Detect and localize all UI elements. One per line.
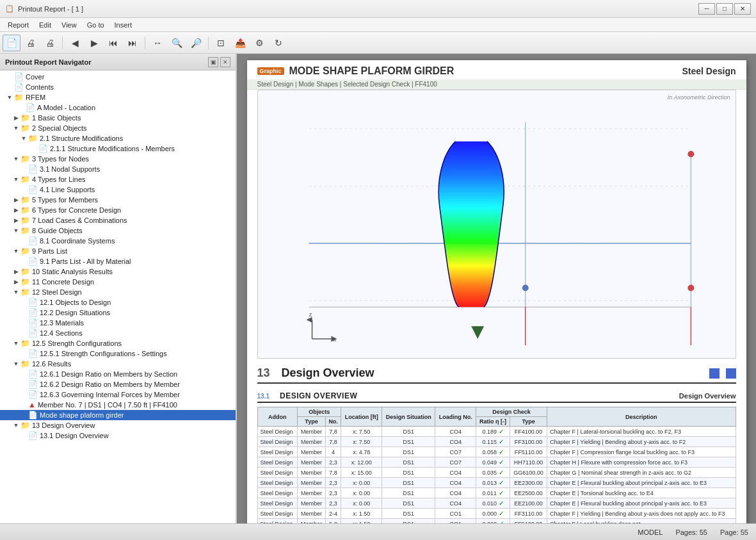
expand-12-4[interactable] xyxy=(19,329,28,338)
expand-mode-shape[interactable] xyxy=(19,411,28,420)
expand-cover[interactable] xyxy=(5,72,14,81)
expand-12-6[interactable]: ▼ xyxy=(12,359,20,368)
menu-edit[interactable]: Edit xyxy=(34,20,56,30)
tree-item-12-6-results[interactable]: ▼ 📁 12.6 Results xyxy=(0,359,236,369)
menu-report[interactable]: Report xyxy=(3,20,34,30)
expand-4-1-line[interactable] xyxy=(19,185,28,194)
expand-rfem[interactable]: ▼ xyxy=(5,93,14,102)
tree-item-10-static[interactable]: ▶ 📁 10 Static Analysis Results xyxy=(0,266,236,277)
tree-item-12-5-1[interactable]: 📄 12.5.1 Strength Configurations - Setti… xyxy=(0,348,236,359)
tree-item-cover[interactable]: 📄 Cover xyxy=(0,72,236,82)
expand-contents[interactable] xyxy=(5,83,14,92)
tree-item-8-guide[interactable]: ▼ 📁 8 Guide Objects xyxy=(0,225,236,236)
expand-12-steel[interactable]: ▼ xyxy=(12,288,20,297)
expand-5-members[interactable]: ▶ xyxy=(12,195,20,204)
tree-item-12-6-3[interactable]: 📄 12.6.3 Governing Internal Forces by Me… xyxy=(0,389,236,400)
tree-item-8-1-coord[interactable]: 📄 8.1 Coordinate Systems xyxy=(0,236,236,246)
expand-member7[interactable] xyxy=(19,400,28,409)
expand-12-3[interactable] xyxy=(19,318,28,327)
expand-7-load[interactable]: ▶ xyxy=(12,216,20,225)
last-button[interactable]: ⏭ xyxy=(124,35,141,51)
next-button[interactable]: ▶ xyxy=(85,35,103,51)
expand-13-1[interactable] xyxy=(19,431,28,440)
tree-item-12-steel[interactable]: ▼ 📁 12 Steel Design xyxy=(0,287,236,297)
content-area[interactable]: Graphic MODE SHAPE PLAFORM GIRDER Steel … xyxy=(237,54,756,523)
expand-9-1-parts[interactable] xyxy=(19,257,28,266)
tree-item-12-3-materials[interactable]: 📄 12.3 Materials xyxy=(0,318,236,328)
expand-1-basic[interactable]: ▶ xyxy=(12,113,20,122)
expand-a-model[interactable] xyxy=(17,103,26,112)
refresh-button[interactable]: ↻ xyxy=(269,35,287,51)
tree-item-12-6-1[interactable]: 📄 12.6.1 Design Ratio on Members by Sect… xyxy=(0,369,236,379)
tree-item-12-5-strength[interactable]: ▼ 📁 12.5 Strength Configurations xyxy=(0,338,236,348)
tree-item-12-4-sections[interactable]: 📄 12.4 Sections xyxy=(0,328,236,338)
expand-3-1-nodal[interactable] xyxy=(19,165,28,174)
navigator-restore-button[interactable]: ▣ xyxy=(208,57,218,67)
tree-item-5-members[interactable]: ▶ 📁 5 Types for Members xyxy=(0,195,236,205)
expand-12-6-3[interactable] xyxy=(19,390,28,399)
expand-12-6-2[interactable] xyxy=(19,380,28,389)
tree-item-2-1-struct[interactable]: ▼ 📁 2.1 Structure Modifications xyxy=(0,133,236,143)
expand-12-5-1[interactable] xyxy=(19,349,28,358)
zoom-in-button[interactable]: 🔍 xyxy=(168,35,186,51)
expand-12-1[interactable] xyxy=(19,298,28,307)
open-button[interactable]: 🖨 xyxy=(22,35,40,51)
tree-item-4-1-line[interactable]: 📄 4.1 Line Supports xyxy=(0,184,236,195)
tree-item-2-1-1-struct[interactable]: 📄 2.1.1 Structure Modifications - Member… xyxy=(0,143,236,154)
print-button[interactable]: 🖨 xyxy=(41,35,59,51)
settings-button[interactable]: ⚙ xyxy=(250,35,268,51)
tree-item-9-parts[interactable]: ▼ 📁 9 Parts List xyxy=(0,246,236,256)
expand-12-2[interactable] xyxy=(19,308,28,317)
expand-8-guide[interactable]: ▼ xyxy=(12,226,20,235)
tree-item-12-6-2[interactable]: 📄 12.6.2 Design Ratio on Members by Memb… xyxy=(0,379,236,389)
tree-item-7-load[interactable]: ▶ 📁 7 Load Cases & Combinations xyxy=(0,215,236,225)
expand-2-1-struct[interactable]: ▼ xyxy=(19,134,28,143)
arrows-button[interactable]: ↔ xyxy=(149,35,166,51)
tree-item-11-concrete[interactable]: ▶ 📁 11 Concrete Design xyxy=(0,277,236,287)
tree-item-13-design[interactable]: ▼ 📁 13 Design Overview xyxy=(0,420,236,430)
menu-view[interactable]: View xyxy=(56,20,82,30)
expand-3-nodes[interactable]: ▼ xyxy=(12,154,20,163)
tree-item-member7[interactable]: ▲ Member No. 7 | DS1 | CO4 | 7.50 ft | F… xyxy=(0,400,236,410)
tree-item-12-2-design[interactable]: 📄 12.2 Design Situations xyxy=(0,307,236,318)
tree-item-4-lines[interactable]: ▼ 📁 4 Types for Lines xyxy=(0,174,236,184)
close-button[interactable]: ✕ xyxy=(734,3,751,15)
navigator-close-button[interactable]: ✕ xyxy=(220,57,230,67)
tree-item-1-basic[interactable]: ▶ 📁 1 Basic Objects xyxy=(0,113,236,123)
menu-insert[interactable]: Insert xyxy=(109,20,138,30)
expand-12-5[interactable]: ▼ xyxy=(12,339,20,348)
tree-item-9-1-parts[interactable]: 📄 9.1 Parts List - All by Material xyxy=(0,256,236,266)
fit-button[interactable]: ⊡ xyxy=(212,35,230,51)
expand-4-lines[interactable]: ▼ xyxy=(12,175,20,184)
zoom-out-button[interactable]: 🔎 xyxy=(187,35,205,51)
tree-item-mode-shape[interactable]: 📄 Mode shape plaform girder xyxy=(0,410,236,420)
expand-2-special[interactable]: ▼ xyxy=(12,124,20,133)
expand-6-concrete[interactable]: ▶ xyxy=(12,206,20,215)
expand-10-static[interactable]: ▶ xyxy=(12,267,20,276)
new-button[interactable]: 📄 xyxy=(3,35,20,51)
prev-button[interactable]: ◀ xyxy=(66,35,84,51)
tree-item-12-1-objects[interactable]: 📄 12.1 Objects to Design xyxy=(0,297,236,307)
tree-item-rfem[interactable]: ▼ 📁 RFEM xyxy=(0,92,236,102)
tree-item-3-1-nodal[interactable]: 📄 3.1 Nodal Supports xyxy=(0,164,236,174)
navigator-tree[interactable]: 📄 Cover 📄 Contents ▼ 📁 RFEM 📄 xyxy=(0,70,236,523)
expand-12-6-1[interactable] xyxy=(19,370,28,379)
export-button[interactable]: 📤 xyxy=(231,35,249,51)
tree-item-a-model[interactable]: 📄 A Model - Location xyxy=(0,102,236,113)
tree-item-2-special[interactable]: ▼ 📁 2 Special Objects xyxy=(0,123,236,133)
tree-item-13-1-design[interactable]: 📄 13.1 Design Overview xyxy=(0,430,236,441)
tree-item-contents[interactable]: 📄 Contents xyxy=(0,82,236,92)
expand-11-concrete[interactable]: ▶ xyxy=(12,277,20,286)
maximize-button[interactable]: □ xyxy=(716,3,733,15)
expand-9-parts[interactable]: ▼ xyxy=(12,247,20,256)
minimize-button[interactable]: ─ xyxy=(698,3,715,15)
objects-design-label: 12.1 Objects to Design xyxy=(40,299,111,306)
expand-13-design[interactable]: ▼ xyxy=(12,421,20,430)
menu-goto[interactable]: Go to xyxy=(82,20,109,30)
tree-item-3-nodes[interactable]: ▼ 📁 3 Types for Nodes xyxy=(0,154,236,164)
expand-2-1-1[interactable] xyxy=(29,144,38,153)
tree-item-6-concrete[interactable]: ▶ 📁 6 Types for Concrete Design xyxy=(0,205,236,215)
expand-8-1-coord[interactable] xyxy=(19,236,28,245)
td-addon-1: Steel Design xyxy=(257,427,298,437)
first-button[interactable]: ⏮ xyxy=(104,35,122,51)
